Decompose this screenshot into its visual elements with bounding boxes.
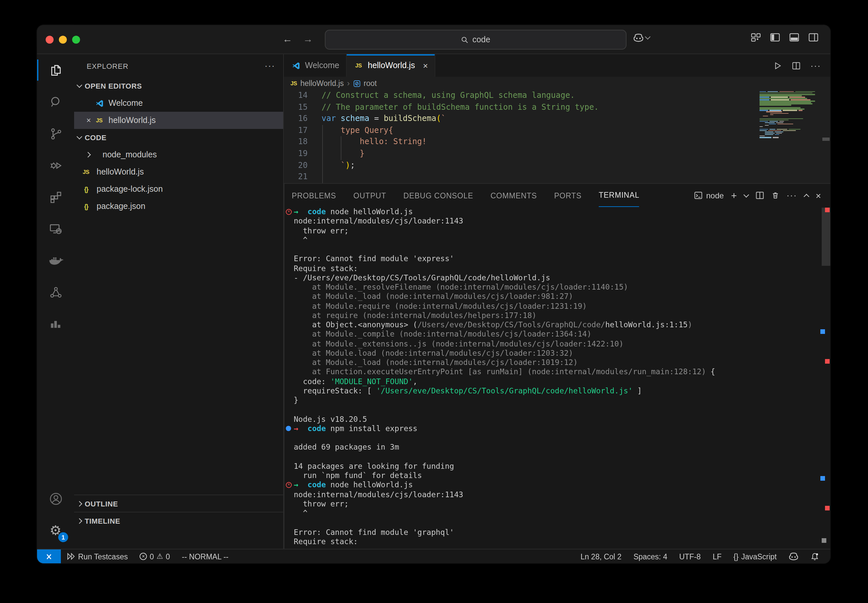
- minimap-row: [760, 94, 815, 95]
- scrollbar-command-mark[interactable]: [825, 208, 829, 212]
- scrollbar-command-mark[interactable]: [820, 329, 825, 334]
- code-editor[interactable]: 14// Construct a schema, using GraphQL s…: [284, 90, 830, 183]
- terminal-line: at Module._load (node:internal/modules/c…: [284, 358, 830, 367]
- settings-button[interactable]: ⚙ 1: [37, 515, 74, 546]
- command-center-search[interactable]: code: [325, 30, 626, 49]
- split-terminal-icon[interactable]: [755, 191, 764, 199]
- close-window-button[interactable]: [46, 36, 54, 44]
- folder-section-header[interactable]: CODE: [74, 129, 283, 146]
- breadcrumb-symbol[interactable]: root: [364, 79, 377, 87]
- zoom-window-button[interactable]: [72, 36, 80, 44]
- open-editors-header[interactable]: OPEN EDITORS: [74, 77, 283, 94]
- panel-tab-ports[interactable]: PORTS: [554, 184, 581, 207]
- sidebar-item-collaboration[interactable]: [37, 277, 74, 308]
- code-line[interactable]: 21: [284, 171, 830, 183]
- toggle-panel-icon[interactable]: [789, 33, 799, 42]
- copilot-status[interactable]: [783, 549, 804, 563]
- run-file-icon[interactable]: [773, 61, 782, 70]
- minimap-row: [760, 111, 815, 113]
- code-line[interactable]: 19 }: [284, 148, 830, 160]
- editor-tab[interactable]: Welcome: [284, 54, 347, 77]
- terminal-instance-label[interactable]: node: [694, 191, 724, 200]
- terminal-output[interactable]: ×→ code node helloWorld.jsnode:internal/…: [284, 207, 830, 549]
- go-back-button[interactable]: ←: [282, 33, 293, 44]
- sidebar-item-run-debug[interactable]: [37, 150, 74, 181]
- scrollbar-command-mark[interactable]: [825, 506, 829, 510]
- sidebar-item-docker[interactable]: [37, 245, 74, 277]
- terminal-scrollbar-thumb[interactable]: [822, 208, 830, 266]
- tree-item-file[interactable]: JShelloWorld.js: [74, 163, 283, 181]
- network-icon: [49, 285, 62, 299]
- command-succeeded-icon[interactable]: [286, 426, 291, 431]
- toggle-secondary-sidebar-icon[interactable]: [808, 33, 818, 42]
- problems-status[interactable]: × 0 ⚠ 0: [134, 549, 176, 563]
- indentation-setting[interactable]: Spaces: 4: [628, 549, 673, 563]
- run-testcases-button[interactable]: Run Testcases: [61, 549, 134, 563]
- scrollbar-command-mark[interactable]: [825, 359, 829, 363]
- indent-guide: [341, 136, 341, 160]
- remote-indicator[interactable]: [37, 549, 61, 563]
- panel-tab-terminal[interactable]: TERMINAL: [599, 184, 639, 207]
- cursor-position[interactable]: Ln 28, Col 2: [575, 549, 628, 563]
- editor-scrollbar-thumb[interactable]: [822, 138, 829, 141]
- panel-tab-problems[interactable]: PROBLEMS: [292, 184, 336, 207]
- terminal-dropdown-icon[interactable]: [743, 192, 749, 197]
- panel-tab-debug-console[interactable]: DEBUG CONSOLE: [404, 184, 473, 207]
- split-editor-icon[interactable]: [792, 61, 801, 70]
- docker-icon: [48, 254, 63, 267]
- customize-layout-icon[interactable]: [751, 33, 761, 42]
- vim-mode-indicator[interactable]: -- NORMAL --: [176, 549, 234, 563]
- sidebar-item-explorer[interactable]: [37, 54, 74, 86]
- minimize-window-button[interactable]: [59, 36, 67, 44]
- scrollbar-command-mark[interactable]: [822, 538, 826, 543]
- command-failed-icon[interactable]: ×: [286, 482, 292, 488]
- tree-item-file[interactable]: {}package-lock.json: [74, 181, 283, 198]
- toggle-primary-sidebar-icon[interactable]: [770, 33, 780, 42]
- timeline-section-header[interactable]: TIMELINE: [74, 512, 283, 529]
- panel-tab-comments[interactable]: COMMENTS: [491, 184, 537, 207]
- editor-tab[interactable]: JShelloWorld.js×: [347, 54, 436, 77]
- kill-terminal-icon[interactable]: [771, 191, 780, 199]
- panel-tab-output[interactable]: OUTPUT: [353, 184, 386, 207]
- copilot-menu[interactable]: [633, 33, 649, 42]
- outline-section-header[interactable]: OUTLINE: [74, 495, 283, 512]
- editor-more-actions-icon[interactable]: ···: [811, 60, 821, 70]
- minimap[interactable]: [760, 91, 815, 138]
- scrollbar-command-mark[interactable]: [820, 476, 825, 481]
- views-more-actions-icon[interactable]: ···: [265, 61, 275, 71]
- language-mode[interactable]: {} JavaScript: [727, 549, 783, 563]
- eol-setting[interactable]: LF: [707, 549, 727, 563]
- accounts-button[interactable]: [37, 483, 74, 515]
- code-line[interactable]: 14// Construct a schema, using GraphQL s…: [284, 90, 830, 102]
- tree-item-file[interactable]: {}package.json: [74, 198, 283, 215]
- tree-item-label: helloWorld.js: [97, 167, 144, 176]
- sidebar-item-search[interactable]: [37, 86, 74, 118]
- panel-more-actions-icon[interactable]: ···: [787, 190, 797, 200]
- sidebar-item-source-control[interactable]: [37, 118, 74, 150]
- encoding-setting[interactable]: UTF-8: [673, 549, 707, 563]
- close-tab-icon[interactable]: ×: [423, 60, 428, 70]
- sidebar-item-remote-explorer[interactable]: [37, 213, 74, 245]
- open-editor-item[interactable]: Welcome: [74, 94, 283, 112]
- minimap-row: [760, 119, 815, 120]
- maximize-panel-icon[interactable]: [803, 193, 809, 199]
- breadcrumb[interactable]: JS helloWorld.js › root: [284, 77, 830, 90]
- notifications-bell[interactable]: [804, 549, 825, 563]
- go-forward-button[interactable]: →: [303, 33, 313, 44]
- code-line[interactable]: 17 type Query{: [284, 125, 830, 136]
- close-editor-icon[interactable]: ×: [83, 116, 94, 125]
- code-line[interactable]: 20 `);: [284, 160, 830, 171]
- sidebar-item-test-results[interactable]: [37, 308, 74, 340]
- tree-item-folder[interactable]: node_modules: [74, 146, 283, 163]
- code-line[interactable]: 16var schema = buildSchema(`: [284, 113, 830, 125]
- open-editor-item[interactable]: ×JShelloWorld.js: [74, 112, 283, 129]
- sidebar-item-extensions[interactable]: [37, 181, 74, 213]
- code-line[interactable]: 18 hello: String!: [284, 136, 830, 148]
- code-line[interactable]: 15// The parameter of buildSchema functi…: [284, 102, 830, 113]
- new-terminal-ic on[interactable]: +: [731, 190, 737, 201]
- command-failed-icon[interactable]: ×: [286, 209, 292, 215]
- line-number: 21: [284, 171, 308, 183]
- breadcrumb-file[interactable]: helloWorld.js: [300, 79, 344, 87]
- minimap-row: [760, 100, 815, 102]
- close-panel-icon[interactable]: ×: [816, 190, 821, 201]
